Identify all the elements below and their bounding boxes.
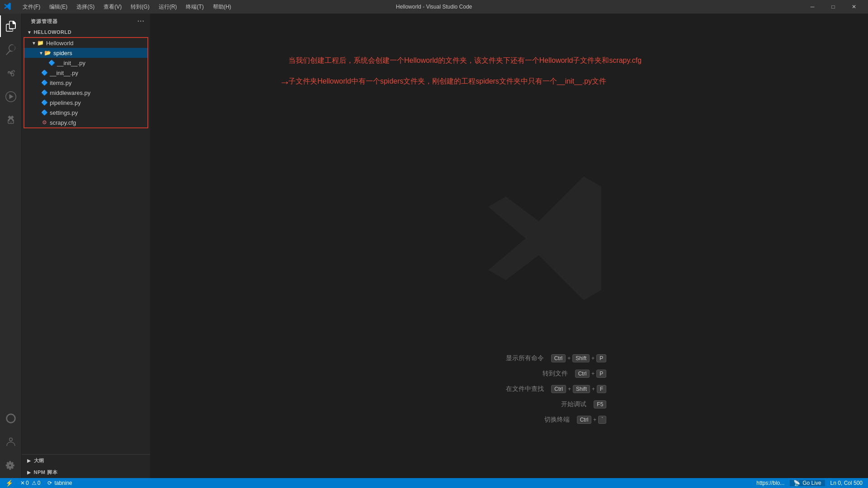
status-bar: ⚡ ✕ 0 ⚠ 0 ⟳ tabnine https://blo... 📡 Go …	[0, 478, 868, 488]
menu-select[interactable]: 选择(S)	[73, 2, 98, 12]
vscode-watermark	[482, 170, 618, 307]
status-bar-left: ⚡ ✕ 0 ⚠ 0 ⟳ tabnine	[4, 479, 74, 487]
tree-item-init-hello[interactable]: 🔷 __init__.py	[24, 68, 147, 78]
tabnine-icon: ⟳	[47, 480, 52, 486]
warning-count: 0	[38, 480, 41, 486]
tree-item-spiders[interactable]: ▼ 📂 spiders	[24, 48, 147, 58]
key-shift: Shift	[572, 354, 590, 362]
middlewares-label: middlewares.py	[50, 89, 90, 96]
close-button[interactable]: ✕	[844, 0, 864, 14]
menu-goto[interactable]: 转到(G)	[127, 2, 153, 12]
init-spiders-py-icon: 🔷	[48, 59, 55, 66]
helloworld-label: Helloworld	[46, 40, 74, 47]
tree-section: ▼ 📁 Helloworld ▼ 📂 spiders 🔷 __init__.py	[24, 37, 148, 128]
status-errors-item[interactable]: ✕ 0 ⚠ 0	[19, 480, 42, 486]
file-tree: ▼ 📁 Helloworld ▼ 📂 spiders 🔷 __init__.py	[22, 37, 150, 454]
tree-item-pipelines[interactable]: 🔷 pipelines.py	[24, 98, 147, 108]
key-ctrl5: Ctrl	[577, 416, 592, 424]
sidebar-title: 资源管理器	[31, 18, 58, 25]
shortcut-row-find: 在文件中查找 Ctrl + Shift + F	[499, 385, 607, 393]
activity-run-debug-icon[interactable]	[0, 86, 22, 108]
shortcut-terminal-label: 切换终端	[524, 416, 570, 424]
activity-explorer-icon[interactable]	[0, 15, 22, 37]
outline-chevron-icon: ▶	[27, 458, 31, 463]
tree-item-helloworld[interactable]: ▼ 📁 Helloworld	[24, 38, 147, 48]
menu-file[interactable]: 文件(F)	[19, 2, 44, 12]
shortcut-commands-keys: Ctrl + Shift + P	[551, 354, 607, 362]
tree-item-init-spiders[interactable]: 🔷 __init__.py	[24, 58, 147, 68]
menu-terminal[interactable]: 终端(T)	[182, 2, 207, 12]
status-golive-item[interactable]: 📡 Go Live	[790, 480, 825, 486]
error-count: 0	[26, 480, 29, 486]
minimize-button[interactable]: ─	[802, 0, 823, 14]
maximize-button[interactable]: □	[823, 0, 844, 14]
workspace-label: HELLOWORLD	[33, 29, 71, 35]
outline-section[interactable]: ▶ 大纲	[22, 455, 150, 466]
status-ln-item[interactable]: Ln 0, Col 500	[829, 480, 864, 486]
key-ctrl3: Ctrl	[551, 385, 566, 393]
golive-label: Go Live	[802, 480, 821, 486]
activity-remote-icon[interactable]	[0, 408, 22, 429]
status-url-item[interactable]: https://blo...	[755, 480, 786, 486]
annotation-arrow-icon: →	[279, 76, 290, 89]
workspace-root[interactable]: ▼ HELLOWORLD	[22, 27, 150, 37]
shortcut-goto-file-keys: Ctrl + P	[575, 370, 607, 378]
sidebar-more-button[interactable]: ···	[137, 17, 145, 25]
remote-icon: ⚡	[5, 479, 13, 487]
error-icon: ✕	[20, 480, 25, 486]
shortcut-debug-label: 开始调试	[541, 400, 586, 408]
sidebar: 资源管理器 ··· ▼ HELLOWORLD ▼ 📁 Helloworld ▼ …	[22, 14, 151, 478]
shortcuts-panel: 显示所有命令 Ctrl + Shift + P 转到文件 Ctrl + P	[499, 354, 607, 424]
menu-run[interactable]: 运行(R)	[155, 2, 181, 12]
tree-item-middlewares[interactable]: 🔷 middlewares.py	[24, 88, 147, 98]
status-tabnine-item[interactable]: ⟳ tabnine	[46, 480, 74, 486]
items-py-icon: 🔷	[41, 79, 48, 86]
init-spiders-label: __init__.py	[57, 60, 85, 66]
shortcut-commands-label: 显示所有命令	[499, 354, 544, 362]
pipelines-label: pipelines.py	[50, 99, 81, 106]
status-bar-right: https://blo... 📡 Go Live Ln 0, Col 500	[755, 480, 864, 486]
menu-help[interactable]: 帮助(H)	[209, 2, 235, 12]
shortcut-row-debug: 开始调试 F5	[499, 400, 607, 408]
shortcut-debug-keys: F5	[594, 400, 606, 408]
shortcut-row-goto-file: 转到文件 Ctrl + P	[499, 370, 607, 378]
activity-settings-icon[interactable]	[0, 455, 22, 476]
shortcut-row-commands: 显示所有命令 Ctrl + Shift + P	[499, 354, 607, 362]
menu-view[interactable]: 查看(V)	[100, 2, 125, 12]
window-title: Helloworld - Visual Studio Code	[396, 4, 472, 10]
init-hello-py-icon: 🔷	[41, 69, 48, 76]
menu-edit[interactable]: 编辑(E)	[46, 2, 71, 12]
tree-item-items[interactable]: 🔷 items.py	[24, 78, 147, 88]
shortcut-terminal-keys: Ctrl + `	[577, 416, 607, 424]
key-f: F	[597, 385, 606, 393]
middlewares-py-icon: 🔷	[41, 89, 48, 96]
warning-icon: ⚠	[32, 480, 37, 486]
sidebar-bottom: ▶ 大纲 ▶ NPM 脚本	[22, 454, 150, 478]
main-layout: 资源管理器 ··· ▼ HELLOWORLD ▼ 📁 Helloworld ▼ …	[0, 14, 868, 478]
title-bar-right: ─ □ ✕	[802, 0, 864, 14]
tree-item-settings[interactable]: 🔷 settings.py	[24, 108, 147, 117]
key-p2: P	[596, 370, 606, 378]
activity-extensions-icon[interactable]	[0, 109, 22, 131]
spiders-folder-icon: 📂	[44, 49, 52, 56]
shortcut-find-label: 在文件中查找	[499, 385, 544, 393]
golive-icon: 📡	[793, 480, 800, 486]
spiders-chevron-icon: ▼	[39, 51, 43, 56]
activity-search-icon[interactable]	[0, 39, 22, 61]
status-remote-icon-item[interactable]: ⚡	[4, 479, 15, 487]
tree-item-scrapy-cfg[interactable]: ⚙ scrapy.cfg	[24, 117, 147, 127]
npm-section[interactable]: ▶ NPM 脚本	[22, 466, 150, 478]
helloworld-chevron-icon: ▼	[32, 41, 36, 46]
activity-source-control-icon[interactable]	[0, 62, 22, 84]
activity-account-icon[interactable]	[0, 431, 22, 453]
vscode-logo-icon	[4, 2, 12, 12]
spiders-label: spiders	[53, 50, 72, 56]
url-label: https://blo...	[756, 480, 784, 486]
key-ctrl2: Ctrl	[575, 370, 590, 378]
ln-label: Ln 0, Col 500	[830, 480, 863, 486]
settings-label: settings.py	[50, 109, 78, 116]
key-backtick: `	[598, 416, 606, 424]
title-bar-left: 文件(F) 编辑(E) 选择(S) 查看(V) 转到(G) 运行(R) 终端(T…	[4, 2, 235, 12]
editor-area: 当我们创建工程后，系统会创建一个Helloworld的文件夹，该文件夹下还有一个…	[151, 14, 868, 478]
key-shift3: Shift	[573, 385, 590, 393]
